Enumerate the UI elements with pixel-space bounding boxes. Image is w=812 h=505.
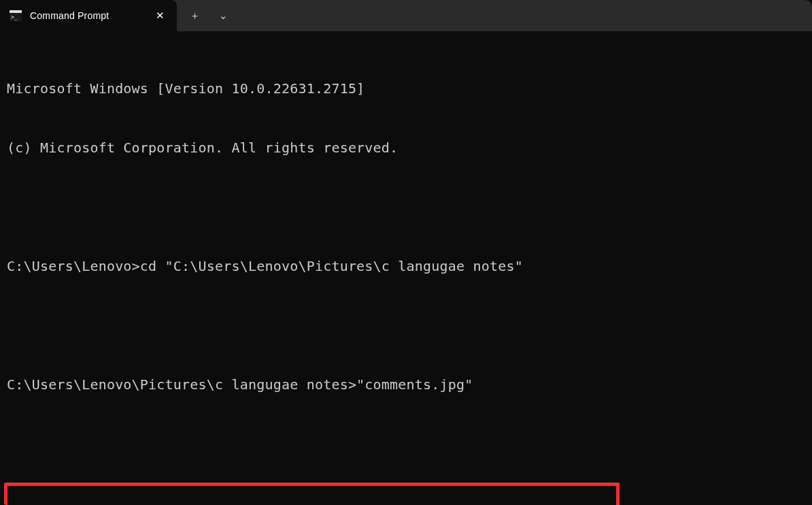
new-tab-button[interactable]: ＋ <box>181 4 208 27</box>
prompt-line: C:\Users\Lenovo\Pictures\c langugae note… <box>7 375 805 395</box>
output-line: (c) Microsoft Corporation. All rights re… <box>7 138 805 158</box>
output-line: Microsoft Windows [Version 10.0.22631.27… <box>7 79 805 99</box>
cmd-icon: >_ <box>10 10 22 21</box>
titlebar: >_ Command Prompt ✕ ＋ ⌄ <box>0 0 812 31</box>
tab-title: Command Prompt <box>30 10 144 21</box>
prompt-line: C:\Users\Lenovo>cd "C:\Users\Lenovo\Pict… <box>7 257 805 276</box>
titlebar-actions: ＋ ⌄ <box>177 0 237 31</box>
highlighted-command: C:\Users\Lenovo\Pictures\c langugae note… <box>7 493 805 505</box>
blank-line <box>7 316 805 336</box>
svg-text:>_: >_ <box>11 14 18 20</box>
profile-dropdown-button[interactable]: ⌄ <box>209 4 237 27</box>
red-highlight-box <box>4 483 620 505</box>
tab-command-prompt[interactable]: >_ Command Prompt ✕ <box>0 0 177 31</box>
close-icon[interactable]: ✕ <box>152 8 167 23</box>
terminal-output[interactable]: Microsoft Windows [Version 10.0.22631.27… <box>0 31 812 505</box>
svg-rect-0 <box>10 10 22 13</box>
blank-line <box>7 197 805 217</box>
blank-line <box>7 434 805 454</box>
